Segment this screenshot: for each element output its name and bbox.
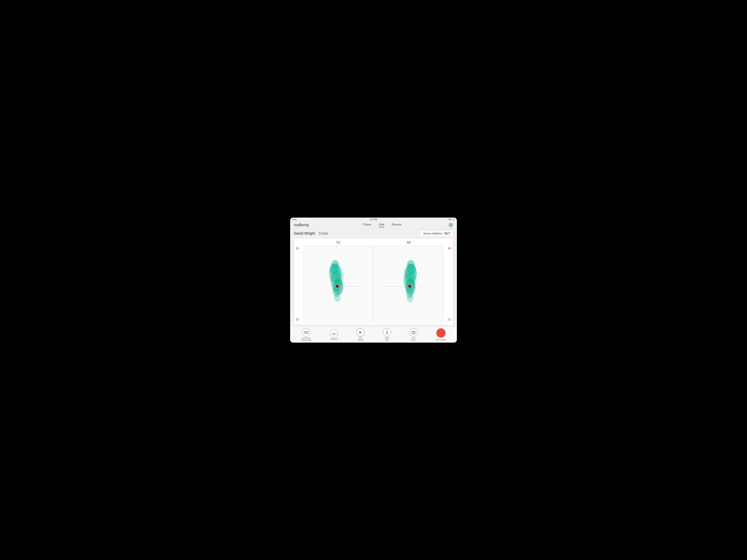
plates-grid: 50 50 [296,245,451,323]
record-icon[interactable] [436,328,445,338]
svg-marker-24 [359,331,361,334]
tab-player[interactable]: Player [363,223,371,227]
corner-tr: 49 [448,247,451,250]
ipad-frame: iPad 6:42 AM 8% 🔋 mySwing Player Live Re… [290,218,457,343]
svg-point-16 [407,294,413,302]
svg-point-30 [413,332,414,334]
player-name: David Wright [294,231,315,236]
camera-icon [409,328,418,337]
disconnect-button[interactable]: DisConnectBalance Plate [301,328,312,341]
svg-point-18 [408,285,411,288]
corner-bl: 50 [296,318,303,321]
left-labels: 50 50 [296,245,303,323]
svg-point-17 [407,260,415,269]
left-plate [304,246,373,322]
right-labels: 49 51 [444,245,451,323]
calibration-label: Calibration [330,338,338,340]
svg-point-23 [334,333,335,335]
stance-width-box: Stance Width(in) 16.7 [420,231,453,237]
corner-tl: 50 [296,247,303,250]
svg-point-7 [331,260,339,269]
bottom-toolbar: DisConnectBalance Plate Calibration Star… [290,327,457,343]
nav-tabs: Player Live Review [316,223,448,227]
svg-point-8 [336,285,339,288]
main-content: David Wright 3 Iron Stance Width(in) 16.… [290,229,457,327]
plates-panels [303,245,444,323]
player-info-row: David Wright 3 Iron Stance Width(in) 16.… [294,231,453,237]
pressure-plates-container: 52 48 50 50 [294,238,453,325]
start-capture-button[interactable]: Start Capture [436,328,446,341]
start-training-label: StartTraining [357,337,363,341]
play-icon [356,328,364,337]
right-plate [374,246,443,322]
device-label: iPad [292,218,297,220]
app-logo: mySwing [294,223,309,227]
disconnect-label: DisConnectBalance Plate [301,337,312,341]
top-nav: mySwing Player Live Review ⚙️ [290,221,457,229]
select-club-label: SelectClub [385,337,389,341]
start-capture-label: Start Capture [436,339,446,341]
svg-point-25 [386,331,388,332]
battery-status: 8% 🔋 [448,218,455,221]
club-name: 3 Iron [319,231,328,236]
top-numbers-row: 52 48 [296,240,451,245]
svg-point-22 [332,333,334,335]
top-left-number: 52 [303,240,374,245]
select-club-button[interactable]: SelectClub [383,328,391,341]
open-camera-button[interactable]: OpenCamera [409,328,418,341]
top-right-number: 48 [374,240,444,245]
open-camera-label: OpenCamera [411,337,416,341]
start-training-button[interactable]: StartTraining [356,328,364,341]
stance-label: Stance Width(in) [423,232,442,235]
status-bar: iPad 6:42 AM 8% 🔋 [290,218,457,221]
player-info: David Wright 3 Iron [294,231,328,236]
calibration-button[interactable]: Calibration [330,329,338,340]
tab-review[interactable]: Review [392,223,401,227]
calibration-icon [330,329,338,338]
corner-br: 51 [448,318,451,321]
time-display: 6:42 AM [370,218,377,220]
settings-icon[interactable]: ⚙️ [448,222,453,228]
disconnect-icon [302,328,310,337]
svg-rect-21 [305,332,308,333]
svg-point-6 [334,294,340,302]
select-club-icon [383,328,391,337]
stance-value: 16.7 [444,232,450,235]
tab-live[interactable]: Live [379,223,384,227]
